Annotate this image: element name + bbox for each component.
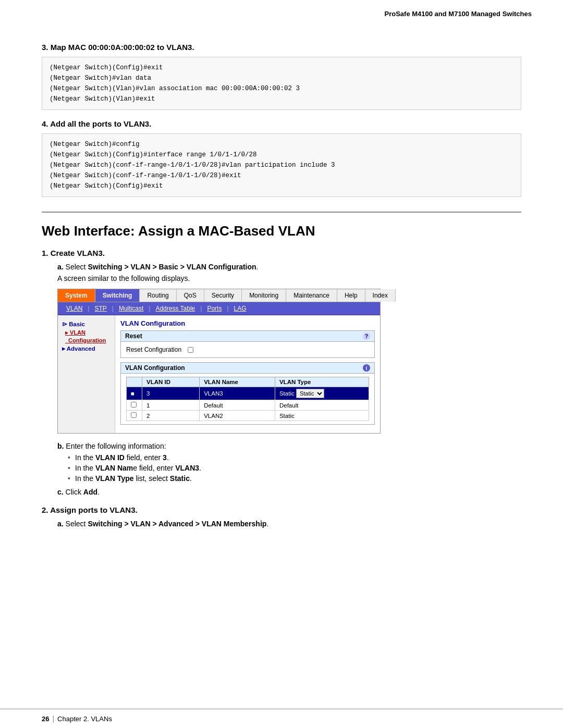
step2: 2. Assign ports to VLAN3. a. Select Swit… xyxy=(42,505,521,528)
vlan-config-panel-body: VLAN ID VLAN Name VLAN Type ■ 3 xyxy=(121,374,374,424)
vlan-row3-id: 3 xyxy=(142,387,200,400)
sidebar-basic[interactable]: ⊳ Basic xyxy=(58,319,115,329)
step3: 3. Map MAC 00:00:0A:00:00:02 to VLAN3. (… xyxy=(42,43,521,110)
screen-similar-text: A screen similar to the following displa… xyxy=(57,274,521,282)
vlan-table-row-2[interactable]: 2 VLAN2 Static xyxy=(127,411,369,421)
sub-nav-address-table[interactable]: Address Table xyxy=(151,304,199,313)
step1-sub-c: c. Click Add. xyxy=(57,488,521,496)
bullet-vlan-name: In the VLAN Name field, enter VLAN3. xyxy=(68,464,521,472)
sidebar-advanced[interactable]: ▸ Advanced xyxy=(58,344,115,353)
reset-panel-body: Reset Configuration xyxy=(121,342,374,357)
vlan-config-panel-title: VLAN Configuration xyxy=(125,364,185,372)
header-title: ProSafe M4100 and M7100 Managed Switches xyxy=(385,10,532,18)
vlan-config-info-icon[interactable]: i xyxy=(363,364,370,372)
sidebar-item-vlan[interactable]: ▸ VLAN xyxy=(58,329,115,337)
vlan-table-header-id: VLAN ID xyxy=(142,377,200,387)
footer-page: 26 xyxy=(42,715,49,723)
sub-nav-lag[interactable]: LAG xyxy=(230,304,251,313)
reset-panel-title: Reset xyxy=(125,332,142,340)
vlan-table-header-name: VLAN Name xyxy=(200,377,275,387)
vlan-row1-select xyxy=(127,400,142,411)
reset-config-label: Reset Configuration xyxy=(126,346,181,353)
page-footer: 26 | Chapter 2. VLANs xyxy=(0,709,563,728)
bullet-vlan-type: In the VLAN Type list, select Static. xyxy=(68,474,521,483)
vlan-row2-id: 2 xyxy=(142,411,200,421)
reset-panel-header: Reset ? xyxy=(121,331,374,342)
ui-main-area: VLAN Configuration Reset ? Reset Configu… xyxy=(115,315,380,433)
nav-tab-system[interactable]: System xyxy=(58,289,95,302)
vlan-type-select[interactable]: Static xyxy=(296,389,324,398)
nav-tab-monitoring[interactable]: Monitoring xyxy=(242,289,286,302)
step1: 1. Create VLAN3. a. Select Switching > V… xyxy=(42,249,521,496)
vlan-config-panel: VLAN Configuration i VLAN ID V xyxy=(120,362,375,425)
ui-screenshot: System Switching Routing QoS Security Mo… xyxy=(57,289,381,434)
step4-heading: 4. Add all the ports to VLAN3. xyxy=(42,119,521,128)
bullet-vlan-id: In the VLAN ID field, enter 3. xyxy=(68,453,521,462)
vlan-table-header-select xyxy=(127,377,142,387)
step3-code: (Netgear Switch)(Config)#exit (Netgear S… xyxy=(42,57,521,110)
vlan-row3-name: VLAN3 xyxy=(200,387,275,400)
vlan-row2-name: VLAN2 xyxy=(200,411,275,421)
reset-config-checkbox[interactable] xyxy=(188,347,193,353)
vlan-table-row-3[interactable]: ■ 3 VLAN3 Static Static xyxy=(127,387,369,400)
nav-tab-index[interactable]: Index xyxy=(365,289,396,302)
page-header: ProSafe M4100 and M7100 Managed Switches xyxy=(0,0,563,23)
nav-bar: System Switching Routing QoS Security Mo… xyxy=(58,289,380,302)
section-heading: Web Interface: Assign a MAC-Based VLAN xyxy=(42,212,521,239)
nav-tab-qos[interactable]: QoS xyxy=(177,289,204,302)
vlan-row2-select xyxy=(127,411,142,421)
sub-nav-stp[interactable]: STP xyxy=(90,304,111,313)
reset-help-icon[interactable]: ? xyxy=(363,332,370,340)
nav-tab-help[interactable]: Help xyxy=(337,289,365,302)
footer-chapter: Chapter 2. VLANs xyxy=(57,715,112,723)
nav-tab-switching[interactable]: Switching xyxy=(95,289,140,302)
vlan-row1-type: Default xyxy=(275,400,369,411)
step3-heading: 3. Map MAC 00:00:0A:00:00:02 to VLAN3. xyxy=(42,43,521,52)
reset-config-row: Reset Configuration xyxy=(126,345,369,354)
footer-sep: | xyxy=(52,714,54,723)
vlan-row3-select: ■ xyxy=(127,387,142,400)
main-content: 3. Map MAC 00:00:0A:00:00:02 to VLAN3. (… xyxy=(0,23,563,562)
step1-sub-b: b. Enter the following information: xyxy=(57,442,521,450)
nav-tab-routing[interactable]: Routing xyxy=(140,289,176,302)
vlan-row1-name: Default xyxy=(200,400,275,411)
step2-heading: 2. Assign ports to VLAN3. xyxy=(42,505,521,514)
sub-nav-ports[interactable]: Ports xyxy=(203,304,226,313)
sub-nav-vlan[interactable]: VLAN xyxy=(62,304,87,313)
step4-code: (Netgear Switch)#config (Netgear Switch)… xyxy=(42,133,521,197)
vlan-row2-checkbox[interactable] xyxy=(131,412,137,418)
vlan-table: VLAN ID VLAN Name VLAN Type ■ 3 xyxy=(126,377,369,421)
sub-nav: VLAN | STP | Multicast | Address Table |… xyxy=(58,302,380,315)
page-container: ProSafe M4100 and M7100 Managed Switches… xyxy=(0,0,563,728)
ui-section-title: VLAN Configuration xyxy=(120,319,375,327)
step2-sub-a: a. Select Switching > VLAN > Advanced > … xyxy=(57,520,521,528)
vlan-table-row-1[interactable]: 1 Default Default xyxy=(127,400,369,411)
sub-nav-multicast[interactable]: Multicast xyxy=(115,304,148,313)
step1-heading: 1. Create VLAN3. xyxy=(42,249,521,257)
vlan-row3-type: Static Static xyxy=(275,387,369,400)
vlan-row1-id: 1 xyxy=(142,400,200,411)
sidebar-item-config[interactable]: Configuration xyxy=(58,337,115,344)
vlan-row1-checkbox[interactable] xyxy=(131,402,137,408)
ui-sidebar: ⊳ Basic ▸ VLAN Configuration ▸ Advanced xyxy=(58,315,115,433)
bullet-list: In the VLAN ID field, enter 3. In the VL… xyxy=(68,453,521,483)
reset-panel: Reset ? Reset Configuration xyxy=(120,330,375,358)
step4: 4. Add all the ports to VLAN3. (Netgear … xyxy=(42,119,521,197)
vlan-config-panel-header: VLAN Configuration i xyxy=(121,363,374,374)
ui-body: ⊳ Basic ▸ VLAN Configuration ▸ Advanced … xyxy=(58,315,380,433)
vlan-table-header-type: VLAN Type xyxy=(275,377,369,387)
nav-tab-security[interactable]: Security xyxy=(204,289,242,302)
step1-sub-a: a. Select Switching > VLAN > Basic > VLA… xyxy=(57,263,521,271)
nav-tab-maintenance[interactable]: Maintenance xyxy=(286,289,337,302)
vlan-row2-type: Static xyxy=(275,411,369,421)
